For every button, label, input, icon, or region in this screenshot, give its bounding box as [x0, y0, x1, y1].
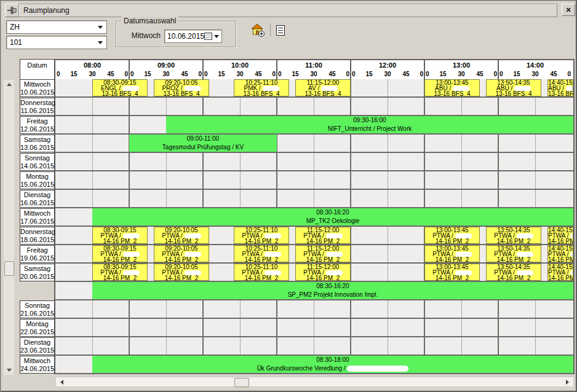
- event-lesson[interactable]: 14:40-15:25PTWA / 14-16 PM_2: [547, 245, 573, 262]
- weekday-label: Mittwoch: [125, 31, 161, 40]
- date-row-label: Donnerstag18.06.2015: [20, 227, 55, 245]
- minute-tick-label: 0: [499, 71, 503, 77]
- minute-tick-label: 15: [511, 71, 522, 77]
- half-hour-gridline: [166, 300, 167, 318]
- date-row-day: Montag: [20, 320, 54, 328]
- vertical-scrollbar-thumb[interactable]: [4, 261, 14, 276]
- event-lesson[interactable]: 08:30-09:15PTWA / 14-16 PM_2: [92, 264, 148, 281]
- half-hour-gridline: [461, 300, 462, 318]
- day-row-canvas[interactable]: 08:30-09:15PTWA / 14-16 PM_209:20-10:05P…: [55, 264, 573, 300]
- date-input[interactable]: 10.06.2015: [164, 29, 222, 43]
- scroll-down-button[interactable]: [4, 366, 14, 375]
- event-block[interactable]: 08:30-18:00Ük Grundkurswoche Veredlung /: [92, 356, 573, 373]
- date-row-label: Donnerstag11.06.2015: [20, 98, 55, 116]
- event-lesson[interactable]: 11:15-12:00AV / 13-16 BFS_4: [295, 79, 351, 96]
- event-lesson[interactable]: 10:25-11:10PMK / 13-16 BFS_4: [234, 79, 289, 96]
- day-row-canvas[interactable]: 08:30-09:15ENGL / 13-16 BFS_409:20-10:05…: [55, 79, 573, 98]
- event-lesson[interactable]: 08:30-09:15ENGL / 13-16 BFS_4: [92, 79, 148, 96]
- event-lesson[interactable]: 13:00-13:45PTWA / 14-16 PM_2: [424, 227, 480, 244]
- event-lesson[interactable]: 13:00-13:45PTWA / 14-16 PM_2: [424, 245, 480, 262]
- day-row-canvas[interactable]: [55, 300, 573, 319]
- event-block[interactable]: 08:30-16:20MP_TK2 Oekologie: [92, 208, 573, 225]
- event-time: 08:30-16:20: [92, 210, 573, 216]
- event-block[interactable]: 09:00-11:00Tagesmodul Prüfungstag / KV: [129, 135, 277, 152]
- event-title: Tagesmodul Prüfungstag / KV: [129, 144, 277, 151]
- add-home-button[interactable]: [249, 22, 266, 39]
- hour-label: 08:00: [55, 61, 129, 69]
- day-row-canvas[interactable]: 08:30-16:20MP_TK2 Oekologie: [55, 208, 573, 227]
- day-row-canvas[interactable]: [55, 337, 573, 356]
- minute-tick-label: 0: [204, 71, 208, 77]
- event-block[interactable]: 08:30-16:20SP_PM2 Projekt Innovation Imp…: [92, 282, 573, 299]
- event-lesson[interactable]: 13:50-14:35PTWA / 14-16 PM_2: [486, 227, 541, 244]
- scroll-up-button[interactable]: [4, 80, 14, 89]
- event-lesson[interactable]: 09:20-10:05PTWA / 14-16 PM_2: [154, 264, 209, 281]
- scroll-left-button[interactable]: [57, 377, 66, 386]
- event-group: 14-16 PM_2: [154, 238, 209, 244]
- event-lesson[interactable]: 11:15-12:00PTWA / 14-16 PM_2: [295, 245, 351, 262]
- event-lesson[interactable]: 13:50-14:35ABU / 13-16 BFS_4: [486, 79, 541, 96]
- event-lesson[interactable]: 13:00-13:45ABU / 13-16 BFS_4: [424, 79, 480, 96]
- event-group: 13-16 BFS_4: [154, 91, 209, 96]
- calendar-icon[interactable]: [204, 33, 212, 40]
- report-button[interactable]: [272, 22, 289, 39]
- day-row-canvas[interactable]: 09:30-16:00NIFT_Unterricht / Project Wor…: [55, 116, 573, 135]
- half-hour-gridline: [388, 319, 388, 336]
- hour-gridline: [424, 190, 425, 207]
- hour-gridline: [129, 171, 130, 189]
- event-lesson[interactable]: 09:20-10:05PTWA / 14-16 PM_2: [154, 227, 209, 244]
- event-lesson[interactable]: 11:15-12:00PTWA / 14-16 PM_2: [295, 264, 351, 281]
- minute-tick-label: 0: [130, 71, 134, 77]
- date-row-label: Montag15.06.2015: [20, 171, 55, 189]
- room-combobox[interactable]: 101: [6, 36, 107, 49]
- event-title: SP_PM2 Projekt Innovation Impl.: [92, 292, 573, 298]
- day-row-canvas[interactable]: 08:30-18:00Ük Grundkurswoche Veredlung /: [55, 356, 573, 374]
- horizontal-scrollbar[interactable]: [55, 377, 574, 387]
- day-row-canvas[interactable]: 08:30-09:15PTWA / 14-16 PM_209:20-10:05P…: [55, 227, 573, 245]
- event-lesson[interactable]: 13:50-14:35PTWA / 14-16 PM_2: [486, 245, 541, 262]
- day-row-canvas[interactable]: [55, 171, 573, 190]
- event-lesson[interactable]: 11:15-12:00PTWA / 14-16 PM_2: [295, 227, 351, 244]
- half-hour-gridline: [535, 319, 536, 336]
- day-row-canvas[interactable]: [55, 153, 573, 171]
- pin-button[interactable]: [5, 4, 20, 17]
- date-row-label: Sonntag21.06.2015: [20, 300, 55, 318]
- day-row-canvas[interactable]: 08:30-09:15PTWA / 14-16 PM_209:20-10:05P…: [55, 245, 573, 264]
- hour-gridline: [129, 116, 130, 133]
- day-row-canvas[interactable]: [55, 98, 573, 116]
- event-lesson[interactable]: 08:30-09:15PTWA / 14-16 PM_2: [92, 227, 148, 244]
- vertical-scrollbar[interactable]: [4, 80, 14, 375]
- event-lesson[interactable]: 13:00-13:45PTWA / 14-16 PM_2: [424, 264, 480, 281]
- hour-gridline: [350, 319, 351, 336]
- chevron-down-icon[interactable]: [98, 26, 103, 29]
- chevron-down-icon[interactable]: [98, 41, 103, 44]
- horizontal-scrollbar-thumb[interactable]: [234, 378, 249, 387]
- event-lesson[interactable]: 13:50-14:35PTWA / 14-16 PM_2: [486, 264, 541, 281]
- event-block[interactable]: 09:30-16:00NIFT_Unterricht / Project Wor…: [166, 116, 573, 133]
- event-lesson[interactable]: 10:25-11:10PTWA / 14-16 PM_2: [234, 264, 289, 281]
- day-row-canvas[interactable]: 09:00-11:00Tagesmodul Prüfungstag / KV: [55, 135, 573, 153]
- hour-gridline: [276, 337, 277, 355]
- date-row-date: 18.06.2015: [20, 236, 54, 244]
- event-lesson[interactable]: 09:20-10:05PROZ / 13-16 BFS_4: [154, 79, 209, 96]
- event-lesson[interactable]: 08:30-09:15PTWA / 14-16 PM_2: [92, 245, 148, 262]
- minute-tick-label: 30: [456, 71, 467, 77]
- hour-gridline: [276, 319, 277, 336]
- building-combobox[interactable]: ZH: [6, 20, 107, 34]
- close-button[interactable]: ✕: [562, 4, 575, 16]
- event-lesson[interactable]: 10:25-11:10PTWA / 14-16 PM_2: [234, 227, 289, 244]
- event-lesson[interactable]: 14:40-15:25PTWA / 14-16 PM_2: [547, 264, 573, 281]
- event-lesson[interactable]: 09:20-10:05PTWA / 14-16 PM_2: [154, 245, 209, 262]
- scroll-right-button[interactable]: [563, 377, 572, 386]
- event-lesson[interactable]: 10:25-11:10PTWA / 14-16 PM_2: [234, 245, 289, 262]
- date-row-day: Donnerstag: [20, 99, 54, 107]
- event-lesson[interactable]: 14:40-15:25ABU / 13-16 BFS_4: [547, 79, 573, 96]
- event-group: 13-16 BFS_4: [548, 91, 573, 96]
- date-row-date: 14.06.2015: [20, 162, 54, 170]
- day-row-canvas[interactable]: [55, 319, 573, 337]
- event-lesson[interactable]: 14:40-15:25PTWA / 14-16 PM_2: [547, 227, 573, 244]
- hour-gridline: [350, 300, 351, 318]
- day-row-canvas[interactable]: [55, 190, 573, 208]
- date-row-label: Freitag12.06.2015: [20, 116, 55, 134]
- chevron-down-icon[interactable]: [214, 35, 219, 38]
